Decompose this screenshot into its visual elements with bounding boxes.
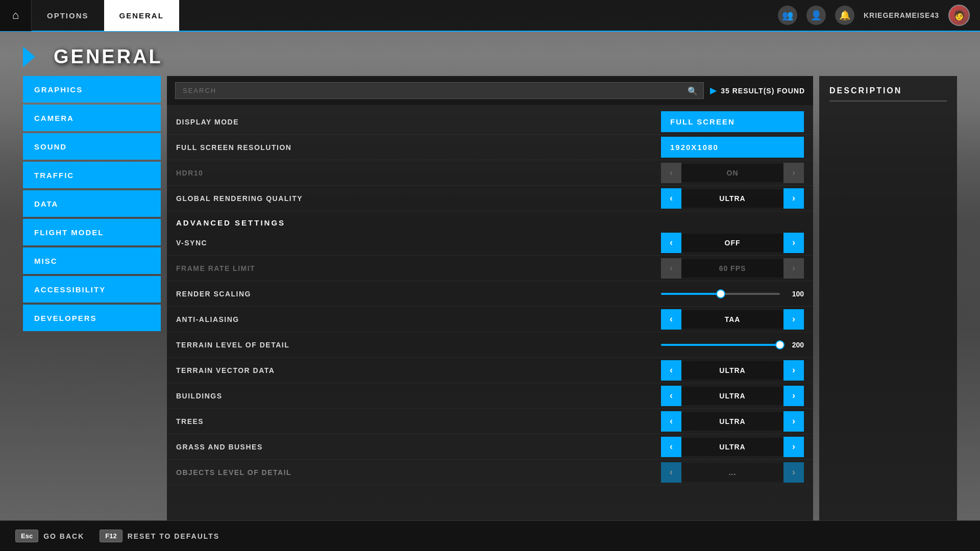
go-back-button[interactable]: Esc GO BACK [15,530,84,542]
settings-panel: 🔍 ▶ 35 RESULT(S) FOUND DISPLAY MODE FULL… [167,76,813,520]
hdr10-prev-button[interactable]: ‹ [661,163,681,183]
render-scaling-slider[interactable]: 100 [661,290,804,298]
render-scaling-thumb[interactable] [716,289,725,298]
setting-row-global-rendering: GLOBAL RENDERING QUALITY ‹ ULTRA › [167,186,813,211]
sidebar-item-data[interactable]: DATA [23,190,161,217]
frame-rate-label: FRAME RATE LIMIT [176,264,661,272]
profile-icon[interactable]: 👤 [806,6,826,25]
setting-row-frame-rate: FRAME RATE LIMIT ‹ 60 FPS › [167,256,813,281]
buildings-next-button[interactable]: › [783,386,804,406]
username-label: KRIEGERAMEISE43 [864,11,939,19]
global-rendering-control: ‹ ULTRA › [661,188,804,209]
setting-row-anti-aliasing: ANTI-ALIASING ‹ TAA › [167,307,813,332]
topbar-right: 👥 👤 🔔 KRIEGERAMEISE43 🧑 [778,5,980,26]
vsync-next-button[interactable]: › [783,233,804,253]
sidebar-item-traffic[interactable]: TRAFFIC [23,162,161,188]
terrain-vector-next-button[interactable]: › [783,360,804,381]
hdr10-next-button[interactable]: › [783,163,804,183]
global-rendering-next-button[interactable]: › [783,188,804,209]
sidebar-item-misc[interactable]: MISC [23,247,161,274]
trees-next-button[interactable]: › [783,411,804,432]
terrain-lod-slider[interactable]: 200 [661,341,804,349]
sidebar-item-camera[interactable]: CAMERA [23,105,161,131]
anti-aliasing-prev-button[interactable]: ‹ [661,309,681,330]
anti-aliasing-value: TAA [681,310,783,329]
trees-value: ULTRA [681,412,783,431]
avatar[interactable]: 🧑 [948,5,970,26]
display-mode-value[interactable]: FULL SCREEN [661,111,804,132]
buildings-label: BUILDINGS [176,392,661,400]
home-button[interactable]: ⌂ [0,0,32,31]
terrain-lod-thumb[interactable] [775,340,785,349]
grass-bushes-next-button[interactable]: › [783,437,804,457]
global-rendering-label: GLOBAL RENDERING QUALITY [176,194,661,203]
results-text: 35 RESULT(S) FOUND [721,87,805,95]
resolution-control: 1920X1080 [661,137,804,158]
bottombar: Esc GO BACK F12 RESET TO DEFAULTS [0,520,980,551]
setting-row-terrain-lod: TERRAIN LEVEL OF DETAIL 200 [167,332,813,358]
objects-lod-label: OBJECTS LEVEL OF DETAIL [176,468,661,477]
description-title: DESCRIPTION [829,86,947,102]
objects-lod-next-button[interactable]: › [783,462,804,483]
sidebar: GRAPHICS CAMERA SOUND TRAFFIC DATA FLIGH… [23,76,161,520]
anti-aliasing-next-button[interactable]: › [783,309,804,330]
frame-rate-next-button[interactable]: › [783,258,804,279]
anti-aliasing-control: ‹ TAA › [661,309,804,330]
content-panels: GRAPHICS CAMERA SOUND TRAFFIC DATA FLIGH… [0,76,980,520]
terrain-lod-control: 200 [661,341,804,349]
setting-row-vsync: V-SYNC ‹ OFF › [167,230,813,256]
render-scaling-control: 100 [661,290,804,298]
vsync-value: OFF [681,234,783,252]
buildings-prev-button[interactable]: ‹ [661,386,681,406]
sidebar-item-graphics[interactable]: GRAPHICS [23,76,161,103]
reset-key: F12 [100,530,122,542]
reset-defaults-button[interactable]: F12 RESET TO DEFAULTS [100,530,219,542]
buildings-value: ULTRA [681,387,783,405]
resolution-value[interactable]: 1920X1080 [661,137,804,158]
go-back-label: GO BACK [43,532,84,540]
sidebar-item-sound[interactable]: SOUND [23,133,161,160]
frame-rate-prev-button[interactable]: ‹ [661,258,681,279]
resolution-label: FULL SCREEN RESOLUTION [176,143,661,152]
friends-icon[interactable]: 👥 [778,6,797,25]
render-scaling-label: RENDER SCALING [176,290,661,298]
sidebar-item-flight-model[interactable]: FLIGHT MODEL [23,219,161,245]
render-scaling-value: 100 [786,290,804,298]
trees-control: ‹ ULTRA › [661,411,804,432]
setting-row-display-mode: DISPLAY MODE FULL SCREEN [167,109,813,135]
frame-rate-value: 60 FPS [681,259,783,278]
reset-label: RESET TO DEFAULTS [128,532,220,540]
vsync-prev-button[interactable]: ‹ [661,233,681,253]
trees-label: TREES [176,417,661,425]
objects-lod-control: ‹ ... › [661,462,804,483]
vsync-control: ‹ OFF › [661,233,804,253]
objects-lod-value: ... [681,463,783,482]
search-input[interactable] [175,82,704,99]
grass-bushes-label: GRASS AND BUSHES [176,443,661,451]
vsync-label: V-SYNC [176,239,661,247]
general-tab[interactable]: GENERAL [104,0,179,31]
setting-row-resolution: FULL SCREEN RESOLUTION 1920X1080 [167,135,813,160]
sidebar-item-accessibility[interactable]: ACCESSIBILITY [23,276,161,303]
search-input-wrap: 🔍 [175,82,704,99]
terrain-lod-value: 200 [786,341,804,349]
global-rendering-prev-button[interactable]: ‹ [661,188,681,209]
objects-lod-prev-button[interactable]: ‹ [661,462,681,483]
grass-bushes-value: ULTRA [681,438,783,456]
options-label[interactable]: OPTIONS [32,11,104,20]
terrain-vector-label: TERRAIN VECTOR DATA [176,366,661,374]
terrain-vector-value: ULTRA [681,361,783,380]
grass-bushes-prev-button[interactable]: ‹ [661,437,681,457]
hdr10-label: HDR10 [176,169,661,177]
grass-bushes-control: ‹ ULTRA › [661,437,804,457]
terrain-vector-prev-button[interactable]: ‹ [661,360,681,381]
terrain-lod-label: TERRAIN LEVEL OF DETAIL [176,341,661,349]
trees-prev-button[interactable]: ‹ [661,411,681,432]
topbar: ⌂ OPTIONS GENERAL 👥 👤 🔔 KRIEGERAMEISE43 … [0,0,980,32]
hdr10-value: ON [681,164,783,182]
main-content: GENERAL GRAPHICS CAMERA SOUND TRAFFIC DA… [0,32,980,520]
notifications-icon[interactable]: 🔔 [835,6,854,25]
sidebar-item-developers[interactable]: DEVELOPERS [23,305,161,331]
page-title: GENERAL [54,46,163,68]
page-title-bar: GENERAL [0,32,980,76]
